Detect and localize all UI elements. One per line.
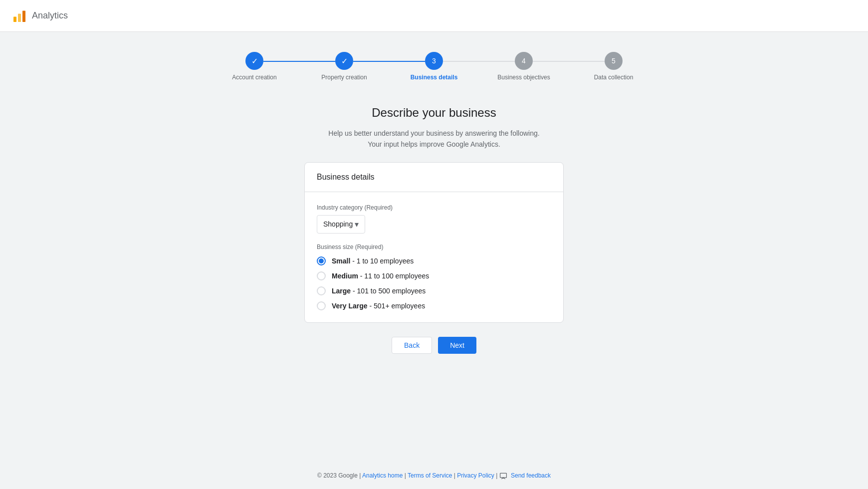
page-subtitle: Help us better understand your business … — [328, 128, 539, 150]
radio-label-small-rest: - 1 to 10 employees — [350, 257, 414, 265]
radio-input-medium — [317, 271, 326, 280]
step-account-creation: ✓ Account creation — [210, 52, 299, 81]
radio-label-medium-rest: - 11 to 100 employees — [358, 272, 429, 280]
card-body: Industry category (Required) Shopping ▾ … — [305, 192, 563, 322]
analytics-home-link[interactable]: Analytics home — [362, 472, 403, 479]
radio-label-medium: Medium - 11 to 100 employees — [332, 272, 429, 280]
radio-input-very-large — [317, 301, 326, 310]
step-business-objectives: 4 Business objectives — [479, 52, 569, 81]
step-4-number: 4 — [522, 57, 526, 65]
footer: © 2023 Google | Analytics home | Terms o… — [0, 463, 868, 489]
svg-rect-0 — [13, 16, 16, 22]
page-title: Describe your business — [372, 106, 496, 120]
subtitle-line-1: Help us better understand your business … — [328, 129, 539, 137]
step-4-circle: 4 — [515, 52, 533, 70]
step-5-number: 5 — [612, 57, 616, 65]
step-1-checkmark: ✓ — [251, 56, 258, 66]
logo-container: Analytics — [12, 8, 68, 23]
radio-item-small[interactable]: Small - 1 to 10 employees — [317, 256, 551, 265]
step-2-checkmark: ✓ — [341, 56, 348, 66]
radio-label-large-bold: Large — [332, 287, 351, 295]
logo-text: Analytics — [32, 10, 68, 21]
button-row: Back Next — [392, 337, 476, 354]
svg-rect-2 — [22, 10, 25, 22]
radio-label-medium-bold: Medium — [332, 272, 358, 280]
industry-category-dropdown[interactable]: Shopping ▾ — [317, 215, 365, 234]
business-details-card: Business details Industry category (Requ… — [304, 162, 564, 323]
step-data-collection: 5 Data collection — [569, 52, 658, 81]
business-size-label: Business size (Required) — [317, 244, 551, 250]
step-2-label: Property creation — [321, 74, 367, 81]
step-5-label: Data collection — [594, 74, 634, 81]
step-3-circle: 3 — [425, 52, 443, 70]
radio-label-large-rest: - 101 to 500 employees — [351, 287, 426, 295]
back-button[interactable]: Back — [392, 337, 432, 354]
subtitle-line-2: Your input helps improve Google Analytic… — [368, 140, 500, 148]
radio-label-small-bold: Small — [332, 257, 350, 265]
radio-input-large — [317, 286, 326, 295]
radio-input-small — [317, 256, 326, 265]
step-connector-3 — [443, 61, 515, 62]
radio-item-medium[interactable]: Medium - 11 to 100 employees — [317, 271, 551, 280]
step-connector-1 — [263, 61, 335, 62]
step-5-circle: 5 — [605, 52, 623, 70]
step-3-number: 3 — [432, 57, 436, 65]
terms-of-service-link[interactable]: Terms of Service — [408, 472, 452, 479]
industry-category-label: Industry category (Required) — [317, 204, 551, 211]
analytics-logo-icon — [12, 8, 27, 23]
dropdown-arrow-icon: ▾ — [355, 220, 359, 229]
radio-label-very-large-rest: - 501+ employees — [368, 302, 426, 310]
next-button[interactable]: Next — [438, 337, 476, 354]
privacy-policy-link[interactable]: Privacy Policy — [457, 472, 494, 479]
radio-label-small: Small - 1 to 10 employees — [332, 257, 414, 265]
radio-dot-small — [319, 258, 324, 263]
step-2-circle: ✓ — [335, 52, 353, 70]
card-header: Business details — [305, 163, 563, 192]
stepper-container: ✓ Account creation ✓ Property creation 3… — [0, 32, 868, 96]
step-3-label: Business details — [411, 74, 458, 81]
step-property-creation: ✓ Property creation — [299, 52, 389, 81]
radio-label-very-large: Very Large - 501+ employees — [332, 302, 425, 310]
main-content: Describe your business Help us better un… — [0, 96, 868, 364]
step-business-details: 3 Business details — [389, 52, 479, 81]
svg-rect-1 — [18, 13, 21, 22]
footer-copyright: © 2023 Google — [317, 472, 358, 479]
header: Analytics — [0, 0, 868, 32]
feedback-icon — [499, 472, 507, 480]
business-size-radio-group: Small - 1 to 10 employees Medium - 11 to… — [317, 256, 551, 310]
step-1-circle: ✓ — [245, 52, 263, 70]
radio-item-very-large[interactable]: Very Large - 501+ employees — [317, 301, 551, 310]
radio-label-very-large-bold: Very Large — [332, 302, 368, 310]
step-1-label: Account creation — [232, 74, 276, 81]
industry-category-value: Shopping — [323, 220, 353, 228]
step-4-label: Business objectives — [497, 74, 550, 81]
radio-item-large[interactable]: Large - 101 to 500 employees — [317, 286, 551, 295]
send-feedback-link[interactable]: Send feedback — [511, 472, 551, 479]
radio-label-large: Large - 101 to 500 employees — [332, 287, 426, 295]
stepper: ✓ Account creation ✓ Property creation 3… — [210, 52, 658, 81]
step-connector-4 — [533, 61, 605, 62]
step-connector-2 — [353, 61, 425, 62]
svg-rect-3 — [500, 473, 506, 478]
